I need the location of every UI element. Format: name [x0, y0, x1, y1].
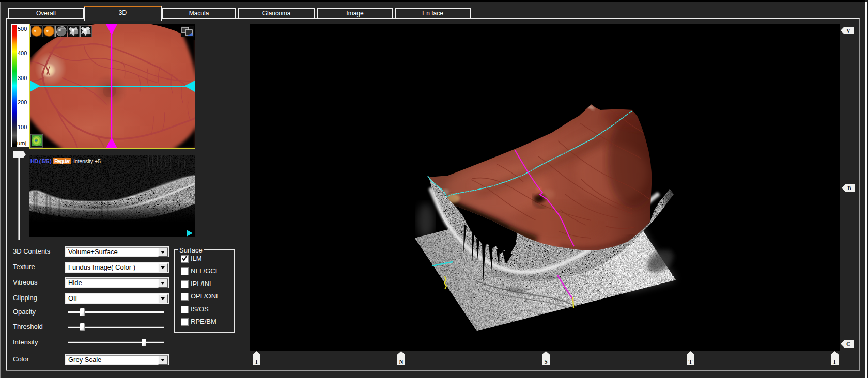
svg-text:HD ( 5/5 ): HD ( 5/5 )	[30, 158, 52, 164]
svg-text:Intensity +5: Intensity +5	[73, 158, 101, 164]
svg-text:Regular: Regular	[54, 158, 71, 164]
